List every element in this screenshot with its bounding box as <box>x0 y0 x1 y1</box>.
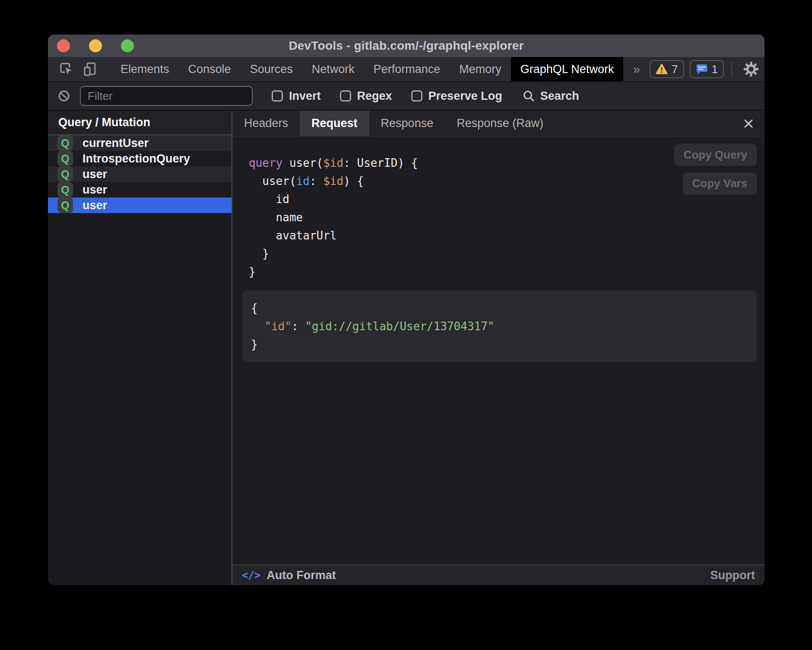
invert-option: Invert <box>272 89 321 103</box>
tab-network[interactable]: Network <box>302 57 364 81</box>
query-list-item[interactable]: Quser <box>48 198 232 213</box>
request-tab-content: query user($id: UserID) { user(id: $id) … <box>232 137 764 564</box>
copy-query-button[interactable]: Copy Query <box>674 144 757 166</box>
auto-format-button[interactable]: Auto Format <box>266 569 336 582</box>
detail-tab-response[interactable]: Response <box>369 111 445 136</box>
sidebar-header: Query / Mutation <box>48 111 232 135</box>
more-panels-button[interactable]: » <box>623 57 650 81</box>
devtools-window: DevTools - gitlab.com/-/graphql-explorer… <box>48 35 764 585</box>
tab-memory[interactable]: Memory <box>450 57 511 81</box>
query-name: currentUser <box>82 137 149 150</box>
query-type-badge: Q <box>57 198 73 213</box>
detail-footer: </> Auto Format Support <box>232 564 764 585</box>
code-line: { <box>251 299 757 317</box>
detail-tab-headers[interactable]: Headers <box>232 111 300 136</box>
code-line: } <box>251 335 757 354</box>
query-type-badge: Q <box>57 166 73 182</box>
filter-options: InvertRegexPreserve Log <box>253 89 502 103</box>
code-line: avatarUrl <box>249 226 764 245</box>
query-list-item[interactable]: Quser <box>48 166 232 182</box>
query-list-item[interactable]: QcurrentUser <box>48 135 232 151</box>
clear-icon[interactable] <box>55 89 73 102</box>
titlebar: DevTools - gitlab.com/-/graphql-explorer <box>48 35 764 57</box>
tab-performance[interactable]: Performance <box>364 57 450 81</box>
query-type-badge: Q <box>57 151 73 166</box>
regex-option: Regex <box>340 89 392 103</box>
tab-elements[interactable]: Elements <box>111 57 179 81</box>
query-name: user <box>82 183 107 197</box>
query-name: user <box>82 199 107 212</box>
code-line: } <box>249 245 764 263</box>
screen: DevTools - gitlab.com/-/graphql-explorer… <box>0 0 812 650</box>
query-list-item[interactable]: QIntrospectionQuery <box>48 151 232 166</box>
regex-label: Regex <box>357 89 392 103</box>
issue-count: 1 <box>712 63 718 76</box>
tab-graphql-network[interactable]: GraphQL Network <box>511 57 624 81</box>
detail-tab-response-raw[interactable]: Response (Raw) <box>445 111 555 136</box>
filter-input[interactable] <box>80 86 253 106</box>
search-label: Search <box>540 89 579 103</box>
detail-tabs: HeadersRequestResponseResponse (Raw) <box>232 111 764 137</box>
traffic-lights <box>57 35 134 57</box>
toolbar-divider <box>731 62 732 76</box>
query-list: QcurrentUserQIntrospectionQueryQuserQuse… <box>48 135 232 213</box>
main-toolbar: ElementsConsoleSourcesNetworkPerformance… <box>48 57 764 82</box>
code-line: } <box>249 263 764 281</box>
invert-checkbox[interactable] <box>272 90 283 102</box>
support-link[interactable]: Support <box>710 569 755 582</box>
detail-tab-request[interactable]: Request <box>300 111 369 136</box>
regex-checkbox[interactable] <box>340 90 351 102</box>
issues-badge[interactable]: 1 <box>690 60 724 78</box>
query-sidebar: Query / Mutation QcurrentUserQIntrospect… <box>48 111 232 585</box>
code-line: name <box>249 208 764 226</box>
preserve-log-label: Preserve Log <box>428 89 502 103</box>
toolbar-right: 7 1 <box>650 57 764 81</box>
window-title: DevTools - gitlab.com/-/graphql-explorer <box>289 39 523 53</box>
auto-format-icon[interactable]: </> <box>242 569 260 581</box>
query-variables-box: { "id": "gid://gitlab/User/13704317"} <box>242 290 757 362</box>
zoom-window-button[interactable] <box>121 39 134 52</box>
inspect-element-icon[interactable] <box>54 57 78 81</box>
copy-buttons: Copy Query Copy Vars <box>674 144 757 194</box>
tab-sources[interactable]: Sources <box>241 57 302 81</box>
message-icon <box>696 63 708 75</box>
tab-console[interactable]: Console <box>179 57 241 81</box>
query-name: IntrospectionQuery <box>82 152 190 166</box>
search-button[interactable]: Search <box>522 89 579 103</box>
device-toolbar-icon[interactable] <box>78 57 102 81</box>
warnings-badge[interactable]: 7 <box>650 60 684 78</box>
minimize-window-button[interactable] <box>89 39 102 52</box>
detail-panel: HeadersRequestResponseResponse (Raw) que… <box>232 111 764 585</box>
warning-icon <box>656 64 668 75</box>
settings-gear-icon[interactable] <box>739 61 763 77</box>
query-list-item[interactable]: Quser <box>48 182 232 198</box>
close-window-button[interactable] <box>57 39 70 52</box>
warning-count: 7 <box>672 63 678 76</box>
query-type-badge: Q <box>57 182 73 198</box>
filter-bar: InvertRegexPreserve Log Search <box>48 82 764 111</box>
search-icon <box>522 89 535 102</box>
close-panel-button[interactable] <box>740 111 757 136</box>
copy-vars-button[interactable]: Copy Vars <box>683 172 757 194</box>
query-type-badge: Q <box>57 135 73 151</box>
graphql-network-panel: Query / Mutation QcurrentUserQIntrospect… <box>48 111 764 585</box>
preserve-log-option: Preserve Log <box>411 89 502 103</box>
query-name: user <box>82 168 107 181</box>
code-line: "id": "gid://gitlab/User/13704317" <box>251 317 757 335</box>
panel-tabs: ElementsConsoleSourcesNetworkPerformance… <box>111 57 623 81</box>
invert-label: Invert <box>289 89 321 103</box>
preserve-log-checkbox[interactable] <box>411 90 422 102</box>
